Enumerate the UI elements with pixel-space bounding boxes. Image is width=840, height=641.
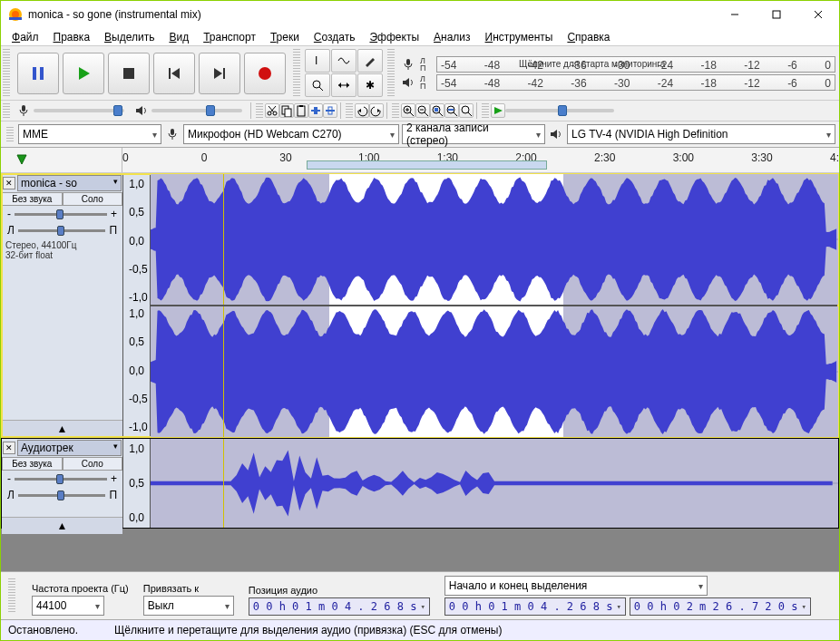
recording-channels-select[interactable]: 2 канала записи (стерео) [402, 124, 545, 144]
menu-Инструменты[interactable]: Инструменты [478, 29, 561, 45]
speaker-icon [135, 104, 148, 117]
svg-rect-7 [33, 67, 36, 80]
menu-Вид[interactable]: Вид [161, 29, 196, 45]
solo-button[interactable]: Соло [63, 192, 123, 206]
track-gain-slider[interactable] [15, 213, 107, 216]
close-button[interactable] [797, 1, 839, 28]
paste-button[interactable] [294, 103, 308, 118]
device-toolbar: MME Микрофон (HD Webcam C270) 2 канала з… [1, 121, 839, 147]
svg-marker-20 [338, 83, 341, 88]
solo-button[interactable]: Соло [63, 457, 123, 471]
zoom-out-button[interactable] [415, 103, 430, 118]
play-at-speed-button[interactable] [491, 103, 505, 118]
selection-tool[interactable]: I [305, 49, 330, 73]
toolbar-grip[interactable] [3, 103, 10, 118]
track-collapse-button[interactable]: ▲ [2, 420, 122, 437]
menu-Анализ[interactable]: Анализ [426, 29, 478, 45]
track-name-dropdown[interactable]: monica - so [17, 175, 122, 191]
menu-Создать[interactable]: Создать [307, 29, 363, 45]
menu-Треки[interactable]: Треки [263, 29, 307, 45]
menu-Файл[interactable]: Файл [5, 29, 46, 45]
mute-button[interactable]: Без звука [2, 192, 63, 206]
toolbar-grip[interactable] [256, 103, 263, 118]
playback-device-select[interactable]: LG TV-4 (NVIDIA High Definition [567, 124, 835, 144]
stop-button[interactable] [108, 53, 150, 94]
playback-meter[interactable]: -54-48-42-36-30-24-18-12-60 [436, 74, 835, 91]
track-format-info: Стерео, 44100Гц32-бит float [2, 238, 122, 262]
toolbar-grip[interactable] [6, 127, 14, 141]
timeshift-tool[interactable] [331, 73, 357, 97]
svg-marker-25 [403, 78, 409, 87]
zoom-tool[interactable] [305, 73, 330, 97]
draw-tool[interactable] [357, 49, 383, 73]
maximize-button[interactable] [756, 1, 797, 28]
pause-button[interactable] [17, 53, 59, 94]
minimize-button[interactable] [714, 1, 756, 28]
speaker-icon[interactable] [400, 76, 416, 89]
track-gain-slider[interactable] [15, 478, 107, 481]
play-button[interactable] [63, 53, 104, 94]
audio-position-value[interactable]: 0 0 h 0 1 m 0 4 . 2 6 8 s [249, 597, 430, 616]
svg-marker-62 [551, 130, 557, 139]
track-collapse-button[interactable]: ▲ [2, 517, 122, 534]
trim-button[interactable] [308, 103, 323, 118]
zoom-toggle-button[interactable] [459, 103, 474, 118]
project-rate-select[interactable]: 44100 [32, 596, 104, 616]
silence-button[interactable] [323, 103, 337, 118]
timeline[interactable]: 00301:001:302:002:303:003:304:00 [1, 148, 839, 173]
svg-line-47 [410, 112, 414, 116]
menu-Выделить[interactable]: Выделить [97, 29, 161, 45]
toolbar-grip[interactable] [346, 103, 353, 118]
selection-start-value[interactable]: 0 0 h 0 1 m 0 4 . 2 6 8 s [444, 597, 626, 616]
record-button[interactable] [244, 53, 286, 94]
toolbar-grip[interactable] [293, 49, 300, 97]
audio-host-select[interactable]: MME [18, 124, 161, 144]
meters: Л П -54-48-42-36-30-24-18-12-60 Щёлкните… [396, 53, 839, 93]
skip-end-button[interactable] [199, 53, 240, 94]
menubar: ФайлПравкаВыделитьВидТранспортТрекиСозда… [1, 28, 839, 46]
waveform[interactable] [151, 306, 838, 437]
snap-select[interactable]: Выкл [143, 596, 234, 616]
recording-meter[interactable]: -54-48-42-36-30-24-18-12-60 Щёлкните для… [436, 56, 835, 73]
fit-project-button[interactable] [444, 103, 459, 118]
toolbar-grip[interactable] [3, 49, 10, 97]
track-close-button[interactable]: ✕ [3, 177, 15, 189]
redo-button[interactable] [369, 103, 384, 118]
toolbar-grip[interactable] [482, 103, 489, 118]
vertical-ruler: 1,00,50,0 [123, 439, 151, 528]
waveform[interactable] [151, 439, 838, 528]
selection-end-value[interactable]: 0 0 h 0 2 m 2 6 . 7 2 0 s [630, 597, 811, 616]
menu-Эффекты[interactable]: Эффекты [362, 29, 426, 45]
undo-button[interactable] [355, 103, 369, 118]
track-name-dropdown[interactable]: Аудиотрек [17, 440, 122, 456]
svg-rect-35 [298, 106, 305, 116]
zoom-in-button[interactable] [401, 103, 415, 118]
svg-marker-9 [79, 67, 90, 80]
waveform[interactable] [151, 174, 838, 305]
menu-Транспорт[interactable]: Транспорт [196, 29, 263, 45]
selection-mode-select[interactable]: Начало и конец выделения [444, 576, 708, 596]
multi-tool[interactable]: ✱ [357, 73, 383, 97]
toolbar-grip[interactable] [392, 103, 399, 118]
menu-Правка[interactable]: Правка [46, 29, 98, 45]
svg-point-15 [259, 67, 271, 80]
playback-speed-slider[interactable] [505, 109, 614, 112]
fit-selection-button[interactable] [430, 103, 444, 118]
cut-button[interactable] [265, 103, 279, 118]
recording-volume-slider[interactable] [34, 109, 124, 112]
mic-icon[interactable] [400, 58, 416, 71]
mute-button[interactable]: Без звука [2, 457, 63, 471]
toolbar-grip[interactable] [8, 578, 15, 613]
playhead-icon[interactable] [15, 153, 28, 166]
snap-label: Привязать к [143, 583, 234, 594]
envelope-tool[interactable] [331, 49, 357, 73]
track-pan-slider[interactable] [18, 229, 106, 232]
toolbar-grip[interactable] [387, 49, 395, 97]
track-pan-slider[interactable] [18, 494, 106, 497]
playback-volume-slider[interactable] [151, 109, 242, 112]
copy-button[interactable] [279, 103, 294, 118]
recording-device-select[interactable]: Микрофон (HD Webcam C270) [183, 124, 399, 144]
menu-Справка[interactable]: Справка [560, 29, 617, 45]
track-close-button[interactable]: ✕ [3, 442, 15, 454]
skip-start-button[interactable] [153, 53, 195, 94]
